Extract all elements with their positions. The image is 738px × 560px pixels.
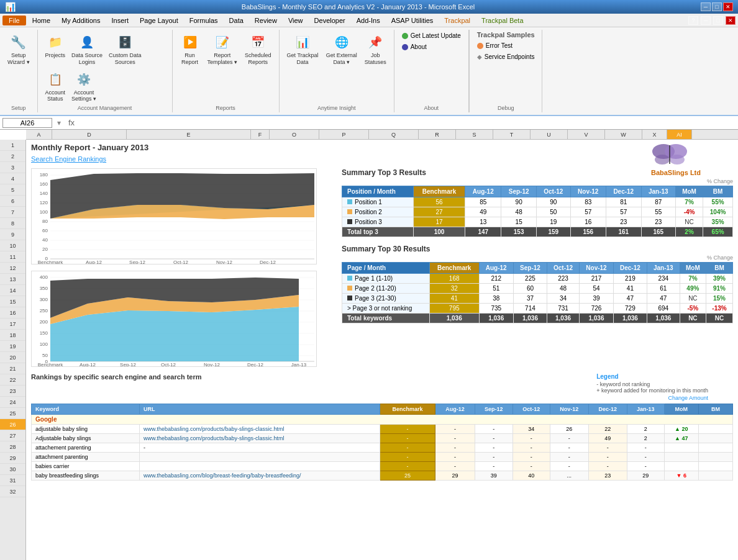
- error-test-label: Error Test: [486, 42, 512, 49]
- name-box-expand-btn[interactable]: ▾: [55, 119, 63, 127]
- menu-review[interactable]: Review: [250, 16, 282, 25]
- setup-wizard-btn[interactable]: 🔧 SetupWizard ▾: [5, 31, 32, 67]
- pos2-label: Position 2: [342, 207, 414, 217]
- ribbon-restore-btn[interactable]: □: [713, 16, 723, 25]
- th-mom-1: MoM: [675, 186, 703, 197]
- logo-area: BabaSlings Ltd: [651, 142, 701, 176]
- account-status-btn[interactable]: 📋 AccountStatus: [43, 68, 68, 104]
- row-17: 17: [0, 318, 25, 330]
- menubar: File Home My Additions Insert Page Layou…: [0, 14, 738, 27]
- r1-aug12: -: [435, 425, 475, 434]
- close-btn[interactable]: ✕: [723, 2, 733, 11]
- scheduled-reports-icon: 📅: [248, 32, 268, 52]
- svg-text:Dec-12: Dec-12: [260, 260, 276, 264]
- menu-file[interactable]: File: [2, 16, 26, 25]
- pos1-benchmark: 56: [413, 197, 465, 207]
- row-5: 5: [0, 184, 25, 196]
- r2-mom: ▲ 47: [664, 434, 698, 443]
- about-group-label: About: [424, 104, 439, 111]
- row-18: 18: [0, 330, 25, 341]
- maximize-btn[interactable]: □: [712, 2, 722, 11]
- window-controls[interactable]: ─ □ ✕: [701, 2, 733, 11]
- th-jan13-2: Jan-13: [647, 263, 680, 274]
- svg-text:Nov-12: Nov-12: [216, 260, 232, 264]
- pos3-jan13: 23: [641, 217, 675, 227]
- menu-trackpal[interactable]: Trackpal: [439, 16, 475, 25]
- r6-mom: ▼ 6: [664, 471, 698, 481]
- fx-icon: fx: [66, 118, 77, 127]
- job-statuses-btn[interactable]: 📌 JobStatuses: [362, 31, 389, 67]
- projects-label: Projects: [45, 52, 66, 59]
- menu-asap[interactable]: ASAP Utilities: [386, 16, 439, 25]
- service-endpoints-btn[interactable]: ◆ Service Endpoints: [475, 52, 537, 61]
- menu-add-ins[interactable]: Add-Ins: [352, 16, 385, 25]
- page1-oct12: 223: [547, 274, 580, 284]
- kw-4: attachment parenting: [32, 453, 140, 462]
- scheduled-reports-btn[interactable]: 📅 ScheduledReports: [242, 31, 274, 67]
- report-templates-btn[interactable]: 📝 ReportTemplates ▾: [205, 31, 240, 67]
- get-latest-update-btn[interactable]: Get Latest Update: [399, 31, 463, 40]
- pos1-sep12: 90: [501, 197, 537, 207]
- account-status-icon: 📋: [45, 70, 65, 89]
- get-external-label: Get ExternalData ▾: [326, 52, 357, 66]
- ribbon-minimize-btn[interactable]: ─: [701, 16, 711, 25]
- url-5: [139, 462, 380, 471]
- r4-oct12: -: [513, 453, 550, 462]
- minimize-btn[interactable]: ─: [701, 2, 711, 11]
- th-dec12-2: Dec-12: [613, 263, 647, 274]
- about-btn[interactable]: About: [399, 42, 429, 52]
- r3-benchmark: -: [380, 443, 435, 453]
- r2-bm: [698, 434, 732, 443]
- row-7: 7: [0, 207, 25, 218]
- menu-home[interactable]: Home: [27, 16, 55, 25]
- cell-reference-input[interactable]: [2, 118, 52, 128]
- pos3-label: Position 3: [342, 217, 414, 227]
- change-amount-label: Change Amount: [596, 395, 708, 401]
- menu-insert[interactable]: Insert: [106, 16, 134, 25]
- get-trackpal-btn[interactable]: 📊 Get TrackpalData: [285, 31, 321, 67]
- menu-data[interactable]: Data: [224, 16, 248, 25]
- legend-area: Legend - keyword not ranking + keyword a…: [596, 373, 708, 401]
- custom-data-sources-btn[interactable]: 🗄️ Custom DataSources: [106, 31, 144, 67]
- menu-my-additions[interactable]: My Additions: [57, 16, 105, 25]
- projects-btn[interactable]: 📁 Projects: [43, 31, 68, 60]
- row-11: 11: [0, 251, 25, 263]
- total-keywords-nov12: 1,036: [580, 314, 614, 323]
- svg-marker-52: [50, 307, 299, 361]
- r1-mom: ▲ 20: [664, 425, 698, 434]
- svg-text:Nov-12: Nov-12: [204, 362, 220, 367]
- window-title: BabaSlings - Monthly SEO and Analytics V…: [16, 3, 701, 11]
- r4-nov12: -: [550, 453, 588, 462]
- th-dec12-1: Dec-12: [606, 186, 641, 197]
- rankings-header: Rankings by specific search engine and s…: [31, 373, 733, 401]
- th-oct12-1: Oct-12: [536, 186, 570, 197]
- help-btn[interactable]: ?: [688, 16, 698, 25]
- col-R: R: [419, 130, 456, 139]
- data-source-logins-btn[interactable]: 👤 Data SourceLogins: [69, 31, 105, 67]
- app-close-btn[interactable]: ✕: [726, 16, 736, 25]
- menu-page-layout[interactable]: Page Layout: [135, 16, 183, 25]
- menu-developer[interactable]: Developer: [309, 16, 350, 25]
- formula-input[interactable]: [80, 119, 736, 127]
- row-9: 9: [0, 229, 25, 240]
- svg-text:Aug-12: Aug-12: [80, 362, 96, 367]
- page1-benchmark: 168: [429, 274, 479, 284]
- total-top3-jan13: 165: [641, 227, 675, 237]
- row-16: 16: [0, 307, 25, 318]
- main-area: 1 2 3 4 5 6 7 8 9 10 11 12 13 14 15 16 1…: [0, 140, 738, 560]
- pos2-aug12: 49: [465, 207, 501, 217]
- menu-formulas[interactable]: Formulas: [184, 16, 223, 25]
- get-external-btn[interactable]: 🌐 Get ExternalData ▾: [324, 31, 360, 67]
- run-report-btn[interactable]: ▶️ RunReport: [178, 31, 203, 67]
- pos2-jan13: 55: [641, 207, 675, 217]
- th-page-month: Page / Month: [342, 263, 430, 274]
- chart2-svg: 400 350 300 250 200 150 100 50 0: [31, 271, 317, 367]
- total-top3-oct12: 159: [536, 227, 570, 237]
- logo-icon: [651, 142, 688, 167]
- svg-text:40: 40: [42, 237, 48, 243]
- account-settings-btn[interactable]: ⚙️ AccountSettings ▾: [69, 68, 99, 104]
- menu-view[interactable]: View: [283, 16, 308, 25]
- error-test-btn[interactable]: Error Test: [475, 41, 515, 50]
- svg-text:Oct-12: Oct-12: [161, 362, 176, 367]
- menu-trackpal-beta[interactable]: Trackpal Beta: [476, 16, 528, 25]
